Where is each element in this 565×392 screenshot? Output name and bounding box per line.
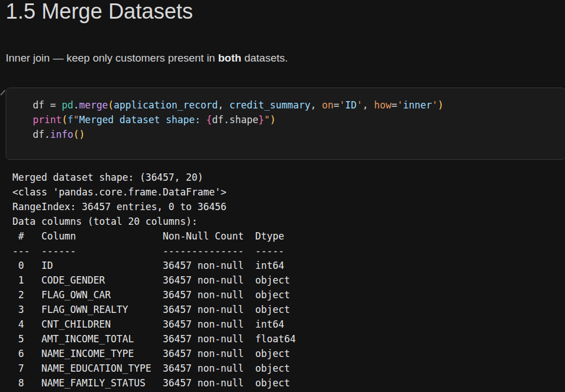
code-cell[interactable]: df = pd.merge(application_record, credit… [6,88,565,160]
code-editor[interactable]: df = pd.merge(application_record, credit… [33,98,565,142]
output-line: 1 CODE_GENDER 36457 non-null object [12,273,565,288]
output-line: 4 CNT_CHILDREN 36457 non-null int64 [12,317,565,332]
output-line: # Column Non-Null Count Dtype [12,229,565,243]
notebook-page: 1.5 Merge Datasets Inner join — keep onl… [0,0,565,389]
output-line: 2 FLAG_OWN_CAR 36457 non-null object [12,288,565,302]
subtitle-bold-word: both [218,52,241,64]
output-line: 3 FLAG_OWN_REALTY 36457 non-null object [12,302,565,317]
output-line: 5 AMT_INCOME_TOTAL 36457 non-null float6… [12,332,565,346]
section-subtitle: Inner join — keep only customers present… [0,51,565,66]
output-line: 7 NAME_EDUCATION_TYPE 36457 non-null obj… [12,361,565,376]
output-line: --- ------ -------------- ----- [12,243,565,258]
output-line: Data columns (total 20 columns): [12,214,565,229]
code-line: df = pd.merge(application_record, credit… [33,98,565,112]
subtitle-text-before: Inner join — keep only customers present… [6,52,218,64]
cell-output: Merged dataset shape: (36457, 20)<class … [12,170,565,390]
output-line: <class 'pandas.core.frame.DataFrame'> [12,185,565,199]
output-line: 8 NAME_FAMILY_STATUS 36457 non-null obje… [12,376,565,390]
code-line: print(f"Merged dataset shape: {df.shape}… [33,112,565,127]
output-line: 6 NAME_INCOME_TYPE 36457 non-null object [12,346,565,361]
output-line: 0 ID 36457 non-null int64 [12,258,565,273]
cell-gutter-handle[interactable] [0,90,6,95]
code-cell-container: df = pd.merge(application_record, credit… [0,88,565,160]
code-line: df.info() [33,127,565,142]
section-heading: 1.5 Merge Datasets [0,0,565,25]
subtitle-text-after: datasets. [241,52,288,64]
output-line: Merged dataset shape: (36457, 20) [12,170,565,185]
output-line: RangeIndex: 36457 entries, 0 to 36456 [12,199,565,214]
